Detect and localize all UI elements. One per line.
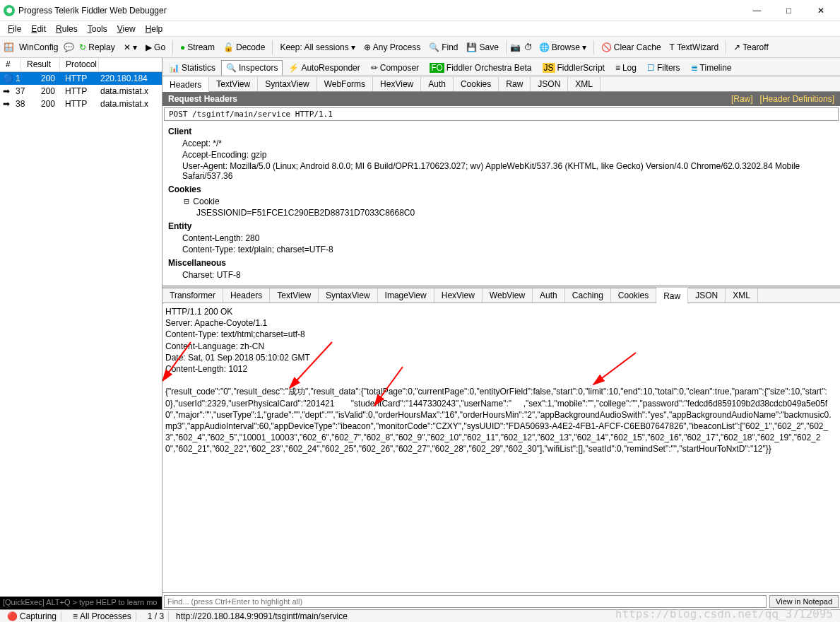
clear-cache-button[interactable]: 🚫Clear Cache (598, 41, 664, 54)
menu-help[interactable]: Help (141, 23, 167, 35)
replay-button[interactable]: ↻Replay (76, 41, 117, 54)
restab-cookies[interactable]: Cookies (611, 288, 656, 303)
view-in-notepad-button[interactable]: View in Notepad (769, 595, 839, 608)
menu-view[interactable]: View (113, 23, 140, 35)
menu-edit[interactable]: Edit (27, 23, 50, 35)
raw-response-text: HTTP/1.1 200 OK Server: Apache-Coyote/1.… (165, 306, 837, 454)
tab-log[interactable]: ≡Log (610, 60, 641, 76)
find-button[interactable]: 🔍Find (426, 41, 461, 54)
tab-statistics[interactable]: 📊Statistics (164, 60, 220, 76)
reqtab-syntaxview[interactable]: SyntaxView (258, 77, 317, 91)
quickexec-bar[interactable]: [QuickExec] ALT+Q > type HELP to learn m… (0, 597, 162, 609)
restab-textview[interactable]: TextView (270, 288, 319, 303)
remove-button[interactable]: ✕ ▾ (121, 41, 140, 54)
request-line: POST /tsgintf/main/service HTTP/1.1 (164, 107, 839, 121)
session-row[interactable]: ➡37200HTTPdata.mistat.x (0, 85, 162, 98)
restab-caching[interactable]: Caching (565, 288, 611, 303)
reqtab-json[interactable]: JSON (531, 77, 568, 91)
tearoff-button[interactable]: ↗Tearoff (730, 41, 771, 54)
col-result[interactable]: Result (21, 58, 60, 71)
minimize-button[interactable]: — (741, 0, 773, 21)
browse-button[interactable]: 🌐Browse ▾ (536, 41, 589, 54)
keep-sessions[interactable]: Keep: All sessions ▾ (277, 41, 357, 54)
statusbar: 🔴Capturing ≡All Processes 1 / 3 http://2… (0, 609, 840, 622)
reqtab-auth[interactable]: Auth (421, 77, 454, 91)
restab-xml[interactable]: XML (726, 288, 758, 303)
restab-transformer[interactable]: Transformer (162, 288, 223, 303)
status-url: http://220.180.184.9:9091/tsgintf/main/s… (176, 611, 348, 621)
menu-rules[interactable]: Rules (52, 23, 82, 35)
winconfig-button[interactable]: WinConfig (16, 41, 61, 54)
stream-button[interactable]: ●Stream (177, 41, 218, 54)
inspector-tool-tabs: 📊Statistics 🔍Inspectors ⚡AutoResponder ✏… (162, 58, 840, 76)
reqtab-textview[interactable]: TextView (209, 77, 258, 91)
find-bar: View in Notepad (162, 592, 840, 609)
decode-button[interactable]: 🔓Decode (220, 41, 268, 54)
restab-raw[interactable]: Raw (656, 288, 688, 303)
reqtab-xml[interactable]: XML (568, 77, 601, 91)
tab-filters[interactable]: ☐Filters (642, 60, 685, 76)
restab-syntaxview[interactable]: SyntaxView (319, 288, 377, 303)
status-count: 1 / 3 (143, 611, 169, 621)
status-processes[interactable]: ≡All Processes (69, 611, 136, 621)
reqtab-webforms[interactable]: WebForms (317, 77, 373, 91)
timer-icon[interactable]: ⏱ (523, 42, 533, 52)
toolbar: 🪟 WinConfig 💬 ↻Replay ✕ ▾ ▶ Go ●Stream 🔓… (0, 37, 840, 58)
winconfig-icon: 🪟 (4, 42, 13, 52)
response-raw-pane[interactable]: HTTP/1.1 200 OK Server: Apache-Coyote/1.… (162, 303, 840, 592)
titlebar: ⬢ Progress Telerik Fiddler Web Debugger … (0, 0, 840, 21)
request-headers-title: Request Headers (168, 94, 237, 104)
restab-auth[interactable]: Auth (533, 288, 565, 303)
restab-json[interactable]: JSON (688, 288, 726, 303)
reqtab-hexview[interactable]: HexView (373, 77, 421, 91)
sessions-header: # Result Protocol (0, 58, 162, 72)
menubar: File Edit Rules Tools View Help (0, 21, 840, 37)
comment-icon[interactable]: 💬 (64, 42, 73, 52)
restab-webview[interactable]: WebView (483, 288, 533, 303)
restab-headers[interactable]: Headers (223, 288, 270, 303)
status-capturing[interactable]: 🔴Capturing (3, 611, 61, 621)
camera-icon[interactable]: 📷 (511, 42, 521, 52)
request-tabs: Headers TextView SyntaxView WebForms Hex… (162, 76, 840, 92)
find-input[interactable] (164, 595, 767, 608)
tab-autoresponder[interactable]: ⚡AutoResponder (283, 60, 365, 76)
session-row[interactable]: ➡38200HTTPdata.mistat.x (0, 98, 162, 110)
reqtab-headers[interactable]: Headers (162, 76, 209, 92)
raw-link[interactable]: [Raw] (731, 94, 753, 104)
sessions-list[interactable]: 🔵1200HTTP220.180.184➡37200HTTPdata.mista… (0, 72, 162, 597)
response-tabs: Transformer Headers TextView SyntaxView … (162, 288, 840, 303)
restab-imageview[interactable]: ImageView (378, 288, 434, 303)
col-num[interactable]: # (0, 58, 21, 71)
reqtab-cookies[interactable]: Cookies (454, 77, 499, 91)
menu-file[interactable]: File (4, 23, 25, 35)
tab-orchestra[interactable]: FOFiddler Orchestra Beta (425, 60, 536, 76)
session-row[interactable]: 🔵1200HTTP220.180.184 (0, 72, 162, 85)
tab-timeline[interactable]: ≣Timeline (686, 60, 737, 76)
window-title: Progress Telerik Fiddler Web Debugger (18, 6, 741, 16)
col-protocol[interactable]: Protocol (60, 58, 99, 71)
request-headers-pane[interactable]: ClientAccept: */*Accept-Encoding: gzipUs… (162, 122, 840, 285)
tab-fiddlerscript[interactable]: JSFiddlerScript (538, 60, 610, 76)
close-button[interactable]: ✕ (805, 0, 836, 21)
menu-tools[interactable]: Tools (83, 23, 112, 35)
save-button[interactable]: 💾Save (463, 41, 501, 54)
tab-inspectors[interactable]: 🔍Inspectors (221, 60, 283, 76)
sessions-sidebar: # Result Protocol 🔵1200HTTP220.180.184➡3… (0, 58, 162, 609)
any-process[interactable]: ⊕ Any Process (361, 41, 423, 54)
maximize-button[interactable]: □ (773, 0, 805, 21)
reqtab-raw[interactable]: Raw (499, 77, 531, 91)
textwizard-button[interactable]: T TextWizard (667, 41, 722, 54)
go-button[interactable]: ▶ Go (143, 41, 168, 54)
restab-hexview[interactable]: HexView (434, 288, 483, 303)
app-icon: ⬢ (4, 5, 15, 16)
tab-composer[interactable]: ✏Composer (366, 60, 424, 76)
request-headers-bar: Request Headers [Raw] [Header Definition… (162, 92, 840, 106)
header-definitions-link[interactable]: [Header Definitions] (760, 94, 834, 104)
